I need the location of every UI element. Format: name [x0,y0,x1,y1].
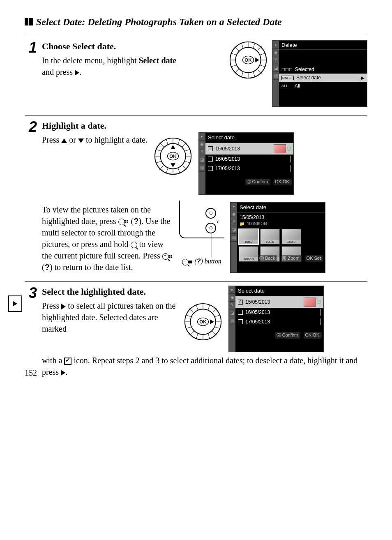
lcd-title: Select date [205,133,293,143]
thumb-row-1: 100-7 100-8 100-9 [237,228,325,245]
checkbox-checked-icon [238,300,243,305]
step-heading: Select the highlighted date. [42,286,178,298]
t: In the delete menu, highlight [42,56,139,65]
t: Choose [42,41,72,51]
t: Select date [139,56,177,65]
step-content: Select the highlighted date. Press to se… [42,286,367,378]
lcd-sidebar: ▸ ◉ Y ◪ ▤ [272,41,279,106]
section-title-text: Select Date: Deleting Photographs Taken … [36,16,282,27]
ok-dial-right-icon: OK [228,40,268,80]
row-label: All [295,83,300,89]
step-body-1: Press or to highlight a date. [42,134,148,145]
step-body: In the delete menu, highlight Select dat… [42,55,178,78]
step-number: 1 [25,40,37,55]
date-row-3: 17/05/2013 [205,164,293,173]
play-icon [13,301,17,306]
recent-tab-icon: ▤ [231,234,237,242]
date-row-1-checked: 15/05/2013 [235,296,323,308]
button-caption: (?) button [175,257,228,266]
lcd-title: Select date [237,203,325,213]
foot-back: ⓠBack [258,255,277,261]
lcd-select-date-checked: ▸ ◉ Y ◪ ▤ Select date 15/05/2013 [228,286,324,352]
date-row-1: 15/05/2013 [205,143,293,155]
lcd-body: Select date 15/05/2013 16/05/2013 [235,286,323,339]
retouch-tab-icon: ◪ [231,226,237,234]
lcd-folder: 📁100NIKON [237,221,325,228]
help-icon: ? [45,263,50,272]
checkbox-icon [238,319,243,324]
camera-tab-icon: ◉ [199,141,205,148]
t: ) button [201,258,221,265]
playback-tab-icon: ▸ [229,286,235,294]
t: or [67,135,78,144]
checkbox-icon [208,166,213,171]
lcd-footer: ⓠConfirm OKOK [242,331,323,339]
right-arrow-icon [75,70,79,76]
lcd-thumbnail-view: ▸ ◉ Y ◪ ▤ Select date 15/05/2013 📁100NIK… [230,202,325,273]
lcd-footer: ⓠBack ⓠZoom OKSet [244,254,325,262]
date-label: 15/05/2013 [215,145,240,152]
camera-tab-icon: ◉ [272,48,279,56]
chevron-right-icon: ▶ [361,76,364,80]
camera-tab-icon: ◉ [231,210,237,218]
wrench-tab-icon: Y [229,302,235,309]
up-arrow-icon [61,138,67,143]
camera-tab-icon: ◉ [229,294,235,302]
separator [25,115,367,115]
step-2-subsection: To view the pictures taken on the highli… [42,202,367,273]
playback-section-tab-icon [8,295,22,312]
t: ) to return to the date list. [50,263,133,272]
wrench-tab-icon: Y [231,218,237,226]
thumb-icon [304,298,316,307]
lcd-body: Select date 15/05/2013 16/05/2013 [205,133,293,186]
page-number: 152 [25,368,37,378]
recent-tab-icon: ▤ [199,164,205,172]
foot-set: OKSet [305,255,323,261]
playback-tab-icon: ▸ [199,133,205,141]
step-number: 3 [25,286,37,300]
date-label: 17/05/2013 [245,318,270,325]
thumbnail: 100-7 [239,229,258,245]
thumb-icon [320,309,321,316]
foot-ok: OKOK [304,332,322,338]
date-label: 16/05/2013 [245,309,270,316]
thumbnail: 100-9 [281,229,301,245]
thumbnail: 100-8 [260,229,280,245]
thumb-icon [274,144,286,153]
checkbox-icon [208,157,213,162]
lcd-sidebar: ▸ ◉ Y ◪ ▤ [199,133,205,194]
foot-zoom: ⓠZoom [281,255,302,261]
t: Select date [72,41,114,51]
t: Press [42,135,61,144]
lcd-title: Select date [235,286,323,296]
step-content: Highlight a date. Press or to highlight … [42,120,367,273]
help-icon: ? [197,258,201,265]
date-row-3: 17/05/2013 [235,317,323,327]
lcd-date: 15/05/2013 [237,213,325,221]
recent-tab-icon: ▤ [229,317,235,325]
lcd-body: Delete ☐☐☐ Selected DATE Select date ▶ A… [279,41,367,94]
foot-ok: OKOK [274,179,292,185]
date-icon: DATE [281,76,294,80]
thumb-icon [290,165,291,172]
help-icon: ? [134,217,138,226]
t: to highlight a date. [84,135,148,144]
step-number: 2 [25,120,37,134]
menu-row-select-date: DATE Select date ▶ [279,74,367,82]
svg-text:OK: OK [199,319,207,324]
folder-icon: 📁 [240,221,244,227]
t: 15/05/2013 [240,214,264,221]
selected-icon: ☐☐☐ [281,67,293,72]
right-arrow-icon [61,370,65,376]
t: icon. Repeat steps 2 and 3 to select add… [42,356,357,376]
down-arrow-icon [78,138,84,143]
date-label: 17/05/2013 [215,165,240,172]
svg-text:OK: OK [169,154,177,159]
t: ( [193,258,196,265]
lcd-body: Select date 15/05/2013 📁100NIKON 100-7 1… [237,203,325,263]
date-label: 16/05/2013 [215,156,240,163]
checkbox-icon [208,146,213,151]
wrench-tab-icon: Y [199,148,205,156]
thumb-label: 100-8 [261,240,279,244]
date-label: 15/05/2013 [245,299,270,306]
